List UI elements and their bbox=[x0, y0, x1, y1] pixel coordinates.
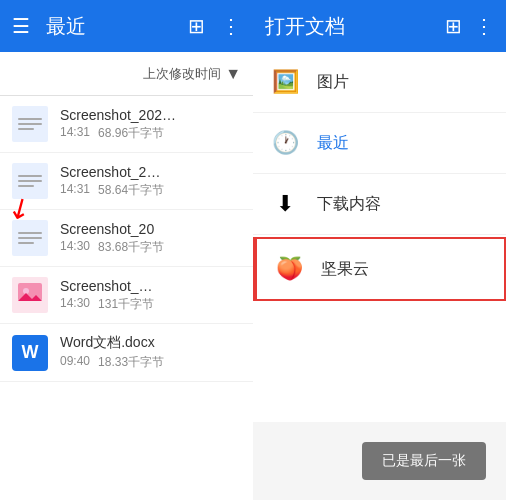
menu-item-icon: ⬇ bbox=[269, 188, 301, 220]
right-panel: 打开文档 ⊞ ⋮ 🖼️ 图片 🕐 最近 ⬇ 下载内容 🍑 坚果云 已是最后一张 bbox=[253, 0, 506, 500]
file-size: 68.96千字节 bbox=[98, 125, 164, 142]
end-button[interactable]: 已是最后一张 bbox=[362, 442, 486, 480]
right-grid-icon[interactable]: ⊞ bbox=[445, 14, 462, 38]
file-thumbnail: W bbox=[12, 335, 48, 371]
menu-item-icon: 🖼️ bbox=[269, 66, 301, 98]
list-item[interactable]: W Word文档.docx 09:40 18.33千字节 bbox=[0, 324, 253, 382]
file-thumbnail bbox=[12, 277, 48, 313]
file-thumbnail bbox=[12, 220, 48, 256]
file-size: 18.33千字节 bbox=[98, 354, 164, 371]
thumbnail-lines bbox=[18, 232, 42, 244]
file-meta: 14:30 83.68千字节 bbox=[60, 239, 241, 256]
end-button-area: 已是最后一张 bbox=[253, 422, 506, 500]
image-thumb-icon bbox=[18, 283, 42, 307]
menu-item-icon: 🍑 bbox=[273, 253, 305, 285]
file-time: 14:30 bbox=[60, 296, 90, 313]
sort-bar[interactable]: 上次修改时间 ▼ bbox=[0, 52, 253, 96]
file-time: 09:40 bbox=[60, 354, 90, 371]
file-name: Screenshot_… bbox=[60, 278, 220, 294]
menu-item-label: 下载内容 bbox=[317, 194, 381, 215]
file-info: Screenshot_20 14:30 83.68千字节 bbox=[60, 221, 241, 256]
hamburger-menu-icon[interactable]: ☰ bbox=[12, 14, 30, 38]
menu-item[interactable]: ⬇ 下载内容 bbox=[253, 174, 506, 235]
file-size: 131千字节 bbox=[98, 296, 154, 313]
file-meta: 14:30 131千字节 bbox=[60, 296, 241, 313]
list-item[interactable]: Screenshot_202… 14:31 68.96千字节 bbox=[0, 96, 253, 153]
file-info: Screenshot_… 14:30 131千字节 bbox=[60, 278, 241, 313]
thumbnail-lines bbox=[18, 118, 42, 130]
file-thumbnail bbox=[12, 106, 48, 142]
file-info: Word文档.docx 09:40 18.33千字节 bbox=[60, 334, 241, 371]
file-info: Screenshot_2… 14:31 58.64千字节 bbox=[60, 164, 241, 199]
more-options-icon[interactable]: ⋮ bbox=[221, 14, 241, 38]
file-time: 14:31 bbox=[60, 182, 90, 199]
file-name: Word文档.docx bbox=[60, 334, 220, 352]
file-info: Screenshot_202… 14:31 68.96千字节 bbox=[60, 107, 241, 142]
list-item[interactable]: Screenshot_20 14:30 83.68千字节 bbox=[0, 210, 253, 267]
right-more-icon[interactable]: ⋮ bbox=[474, 14, 494, 38]
thumbnail-lines bbox=[18, 175, 42, 187]
file-thumbnail bbox=[12, 163, 48, 199]
file-size: 58.64千字节 bbox=[98, 182, 164, 199]
file-time: 14:31 bbox=[60, 125, 90, 142]
left-header: ☰ 最近 ⊞ ⋮ bbox=[0, 0, 253, 52]
list-item[interactable]: Screenshot_… 14:30 131千字节 bbox=[0, 267, 253, 324]
right-header-icons: ⊞ ⋮ bbox=[445, 14, 494, 38]
menu-item[interactable]: 🕐 最近 bbox=[253, 113, 506, 174]
file-name: Screenshot_20 bbox=[60, 221, 220, 237]
left-panel: ↙ ☰ 最近 ⊞ ⋮ 上次修改时间 ▼ Screenshot_202… 14:3… bbox=[0, 0, 253, 500]
menu-list: 🖼️ 图片 🕐 最近 ⬇ 下载内容 🍑 坚果云 bbox=[253, 52, 506, 422]
right-header-title: 打开文档 bbox=[265, 13, 437, 40]
sort-label: 上次修改时间 bbox=[143, 65, 221, 83]
menu-item-label: 坚果云 bbox=[321, 259, 369, 280]
file-size: 83.68千字节 bbox=[98, 239, 164, 256]
list-item[interactable]: Screenshot_2… 14:31 58.64千字节 bbox=[0, 153, 253, 210]
file-meta: 14:31 68.96千字节 bbox=[60, 125, 241, 142]
menu-item[interactable]: 🖼️ 图片 bbox=[253, 52, 506, 113]
sort-arrow-icon: ▼ bbox=[225, 65, 241, 83]
left-header-title: 最近 bbox=[46, 13, 172, 40]
menu-item-label: 最近 bbox=[317, 133, 349, 154]
menu-item-icon: 🕐 bbox=[269, 127, 301, 159]
menu-item-label: 图片 bbox=[317, 72, 349, 93]
file-name: Screenshot_202… bbox=[60, 107, 220, 123]
menu-item[interactable]: 🍑 坚果云 bbox=[253, 237, 506, 301]
file-list: Screenshot_202… 14:31 68.96千字节 Screensho… bbox=[0, 96, 253, 500]
file-name: Screenshot_2… bbox=[60, 164, 220, 180]
file-meta: 14:31 58.64千字节 bbox=[60, 182, 241, 199]
file-meta: 09:40 18.33千字节 bbox=[60, 354, 241, 371]
file-time: 14:30 bbox=[60, 239, 90, 256]
right-header: 打开文档 ⊞ ⋮ bbox=[253, 0, 506, 52]
grid-view-icon[interactable]: ⊞ bbox=[188, 14, 205, 38]
word-doc-icon: W bbox=[22, 342, 39, 363]
